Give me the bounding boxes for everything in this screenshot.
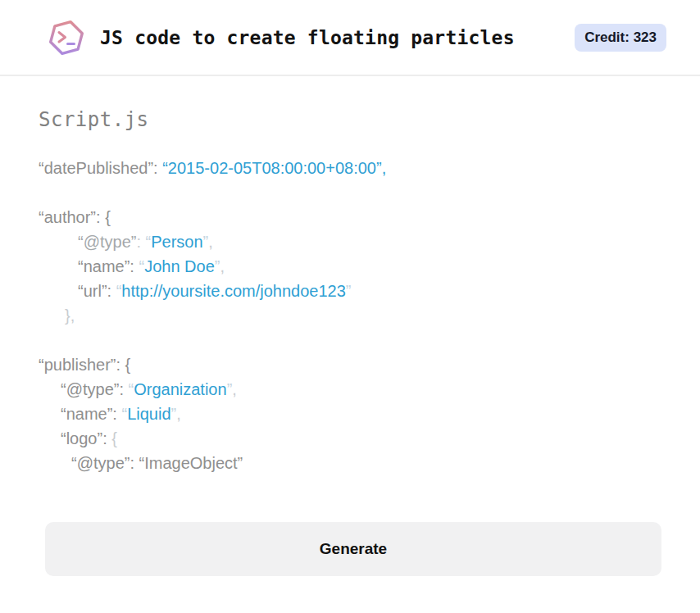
code-line: “logo”: { [39, 426, 666, 451]
code-line: “@type”: “ImageObject” [39, 451, 666, 475]
main-content: Script.js “datePublished”: “2015-02-05T0… [0, 108, 700, 475]
credit-badge: Credit: 323 [575, 24, 666, 52]
code-line: “name”: “Liquid”, [39, 402, 666, 426]
code-line [39, 180, 666, 205]
code-line: “publisher”: { [39, 352, 666, 377]
code-line [39, 328, 666, 352]
page-title: JS code to create floating particles [100, 27, 515, 48]
app-window: JS code to create floating particles Cre… [0, 0, 700, 613]
code-line: }, [39, 303, 666, 328]
code-line: “@type”: “Organization”, [39, 377, 666, 402]
code-block: “datePublished”: “2015-02-05T08:00:00+08… [39, 156, 666, 475]
code-line: “@type”: “Person”, [39, 229, 666, 254]
terminal-hexagon-icon [45, 16, 88, 59]
code-line: “name”: “John Doe”, [39, 254, 666, 279]
file-heading: Script.js [39, 108, 666, 131]
header: JS code to create floating particles Cre… [0, 0, 700, 76]
code-line: “author”: { [39, 205, 666, 229]
code-line: “url”: “http://yoursite.com/johndoe123” [39, 279, 666, 303]
code-line: “datePublished”: “2015-02-05T08:00:00+08… [39, 156, 666, 180]
generate-button[interactable]: Generate [45, 522, 661, 576]
